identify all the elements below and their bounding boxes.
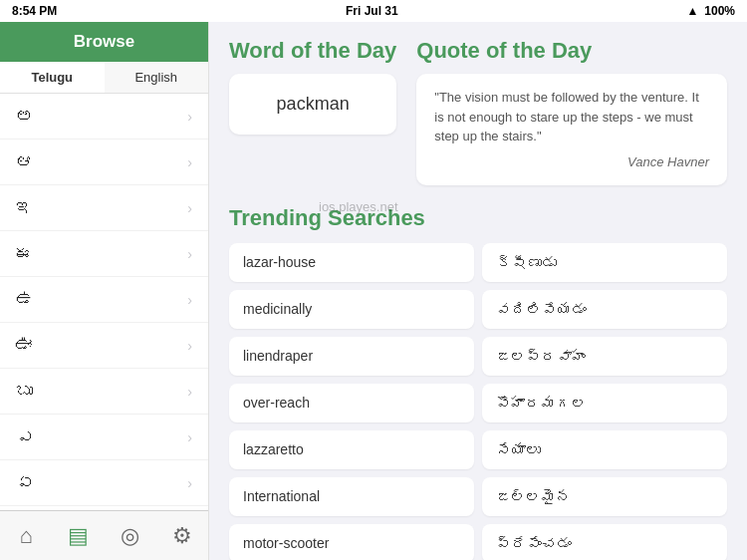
sidebar-item-label: ఇ xyxy=(16,197,34,218)
sidebar-item-label: ఉ xyxy=(16,289,34,310)
trending-grid: lazar-houseక్షీణుడుmedicinallyవదిలివేయడం… xyxy=(229,243,727,560)
sidebar-item[interactable]: ఊ› xyxy=(0,323,208,369)
tab-telugu[interactable]: Telugu xyxy=(0,62,105,93)
sidebar-item[interactable]: అ› xyxy=(0,94,208,140)
chevron-right-icon: › xyxy=(187,384,192,400)
quote-of-day-section: Quote of the Day "The vision must be fol… xyxy=(416,38,727,185)
sidebar-item-label: ఈ xyxy=(16,243,33,264)
sidebar-tabs: Telugu English xyxy=(0,62,208,94)
tab-english[interactable]: English xyxy=(105,62,209,93)
sidebar-item[interactable]: బుు› xyxy=(0,369,208,415)
status-bar: 8:54 PM Fri Jul 31 ▲ 100% xyxy=(0,0,747,22)
sidebar-item-label: బుు xyxy=(16,381,33,402)
bottom-tab-games[interactable]: ◎ xyxy=(105,511,156,560)
trending-item-english[interactable]: medicinally xyxy=(229,290,474,329)
chevron-right-icon: › xyxy=(187,109,192,125)
trending-title: Trending Searches xyxy=(229,205,727,231)
quote-box: "The vision must be followed by the vent… xyxy=(416,74,727,185)
sidebar: Browse Telugu English అ›ఆ›ఇ›ఈ›ఉ›ఊ›బుు›ఎ›… xyxy=(0,22,209,560)
word-of-day-section: Word of the Day packman xyxy=(229,38,396,185)
chevron-right-icon: › xyxy=(187,200,192,216)
quote-text: "The vision must be followed by the vent… xyxy=(434,90,698,143)
trending-item-telugu[interactable]: జల్లమైన xyxy=(482,477,727,516)
sidebar-item[interactable]: ఈ› xyxy=(0,231,208,277)
status-date: Fri Jul 31 xyxy=(346,4,398,18)
chevron-right-icon: › xyxy=(187,429,192,445)
trending-section: Trending Searches lazar-houseక్షీణుడుmed… xyxy=(229,205,727,560)
trending-item-english[interactable]: over-reach xyxy=(229,384,474,422)
trending-item-english[interactable]: lazzaretto xyxy=(229,430,474,469)
sidebar-item[interactable]: ఉ› xyxy=(0,277,208,323)
status-time: 8:54 PM xyxy=(12,4,57,18)
bottom-tab-settings[interactable]: ⚙ xyxy=(156,511,208,560)
trending-item-english[interactable]: lazar-house xyxy=(229,243,474,282)
trending-item-english[interactable]: International xyxy=(229,477,474,516)
trending-item-telugu[interactable]: జలప్రవాహం xyxy=(482,337,727,376)
sidebar-item-label: ఆ xyxy=(16,151,33,172)
chevron-right-icon: › xyxy=(187,154,192,170)
word-of-day-value: packman xyxy=(277,94,350,115)
sidebar-item-label: ఊ xyxy=(16,335,34,356)
day-row: Word of the Day packman Quote of the Day… xyxy=(229,38,727,185)
sidebar-item[interactable]: ఇ› xyxy=(0,185,208,231)
trending-item-telugu[interactable]: క్షీణుడు xyxy=(482,243,727,282)
sidebar-item[interactable]: ఆ› xyxy=(0,140,208,185)
bottom-tab-home[interactable]: ⌂ xyxy=(0,511,52,560)
chevron-right-icon: › xyxy=(187,338,192,354)
bottom-tab-browse[interactable]: ▤ xyxy=(52,511,104,560)
trending-item-telugu[interactable]: పొహారమగల xyxy=(482,384,727,422)
trending-item-english[interactable]: linendraper xyxy=(229,337,474,376)
trending-item-telugu[interactable]: వదిలివేయడం xyxy=(482,290,727,329)
chevron-right-icon: › xyxy=(187,292,192,308)
battery-indicator: 100% xyxy=(704,4,735,18)
sidebar-item[interactable]: ఏ› xyxy=(0,460,208,506)
trending-item-telugu[interactable]: సేయాలు xyxy=(482,430,727,469)
content-area: Word of the Day packman Quote of the Day… xyxy=(209,22,747,560)
wifi-icon: ▲ xyxy=(686,4,698,18)
word-of-day-box[interactable]: packman xyxy=(229,74,396,135)
sidebar-header: Browse xyxy=(0,22,208,62)
sidebar-item[interactable]: ఎ› xyxy=(0,415,208,460)
sidebar-item-label: అ xyxy=(16,106,33,127)
quote-author: Vance Havner xyxy=(434,152,709,172)
sidebar-item-label: ఎ xyxy=(16,426,34,447)
bottom-tabs: ⌂▤◎⚙ xyxy=(0,510,208,560)
word-of-day-title: Word of the Day xyxy=(229,38,396,64)
chevron-right-icon: › xyxy=(187,246,192,262)
chevron-right-icon: › xyxy=(187,475,192,491)
sidebar-item-label: ఏ xyxy=(16,472,34,493)
trending-item-english[interactable]: motor-scooter xyxy=(229,524,474,560)
trending-item-telugu[interactable]: ప్రేపేంచడం xyxy=(482,524,727,560)
quote-of-day-title: Quote of the Day xyxy=(416,38,727,64)
sidebar-list: అ›ఆ›ఇ›ఈ›ఉ›ఊ›బుు›ఎ›ఏ›వ›ఒ›ఓ›జె›క›ఖ›గ› xyxy=(0,94,208,510)
